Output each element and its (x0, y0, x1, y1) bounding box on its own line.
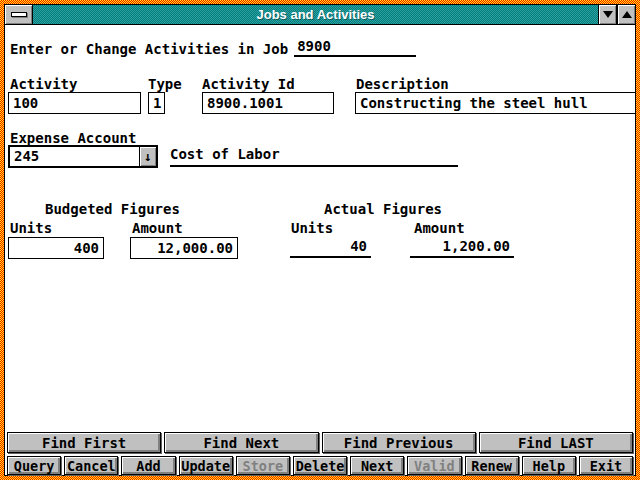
minimize-button[interactable] (598, 5, 616, 24)
valid-button: Valid (407, 456, 461, 475)
expense-account-label: Expense Account (10, 130, 136, 146)
form-area: Enter or Change Activities in Job8900 Ac… (5, 25, 635, 475)
activity-id-label: Activity Id (202, 76, 295, 92)
maximize-button[interactable] (617, 5, 635, 24)
description-input[interactable]: Constructing the steel hull (355, 92, 636, 114)
add-button[interactable]: Add (121, 456, 175, 475)
actual-amount-label: Amount (414, 220, 465, 236)
update-button[interactable]: Update (179, 456, 233, 475)
activity-input[interactable]: 100 (8, 92, 141, 114)
activity-label: Activity (10, 76, 77, 92)
budgeted-figures-heading: Budgeted Figures (45, 201, 180, 217)
type-label: Type (148, 76, 182, 92)
expense-account-value: 245 (14, 148, 39, 164)
budgeted-units-label: Units (10, 220, 52, 236)
budgeted-amount-label: Amount (132, 220, 183, 236)
next-button[interactable]: Next (350, 456, 404, 475)
help-button[interactable]: Help (522, 456, 576, 475)
find-last-button[interactable]: Find LAST (479, 432, 633, 453)
maximize-icon (622, 11, 632, 18)
type-input[interactable]: 1 (148, 92, 165, 114)
actual-units-value: 40 (290, 238, 371, 258)
query-button[interactable]: Query (7, 456, 61, 475)
description-label: Description (356, 76, 449, 92)
find-previous-button[interactable]: Find Previous (322, 432, 476, 453)
job-number-field[interactable]: 8900 (294, 38, 416, 57)
actual-units-label: Units (291, 220, 333, 236)
form-heading-text: Enter or Change Activities in Job (10, 41, 288, 57)
system-menu-icon (11, 12, 27, 17)
actual-figures-heading: Actual Figures (324, 201, 442, 217)
form-heading: Enter or Change Activities in Job8900 (10, 38, 416, 57)
system-menu-button[interactable] (5, 5, 33, 24)
minimize-icon (603, 11, 613, 18)
delete-button[interactable]: Delete (293, 456, 347, 475)
find-button-row: Find First Find Next Find Previous Find … (5, 432, 635, 453)
budgeted-units-input[interactable]: 400 (8, 237, 104, 259)
find-next-button[interactable]: Find Next (164, 432, 318, 453)
title-bar: Jobs and Activities (5, 5, 635, 25)
exit-button[interactable]: Exit (579, 456, 633, 475)
expense-account-combobox[interactable]: 245 ↓ (8, 145, 158, 168)
activity-id-input[interactable]: 8900.1001 (202, 92, 334, 114)
window-title: Jobs and Activities (33, 5, 598, 24)
find-first-button[interactable]: Find First (7, 432, 161, 453)
action-button-row: Query Cancel Add Update Store Delete Nex… (5, 456, 635, 475)
expense-account-name: Cost of Labor (170, 146, 458, 167)
cancel-button[interactable]: Cancel (64, 456, 118, 475)
store-button: Store (236, 456, 290, 475)
actual-amount-value: 1,200.00 (410, 238, 514, 258)
dropdown-arrow-icon[interactable]: ↓ (139, 147, 156, 166)
budgeted-amount-input[interactable]: 12,000.00 (130, 237, 238, 259)
application-window: Jobs and Activities Enter or Change Acti… (4, 4, 636, 476)
renew-button[interactable]: Renew (465, 456, 519, 475)
